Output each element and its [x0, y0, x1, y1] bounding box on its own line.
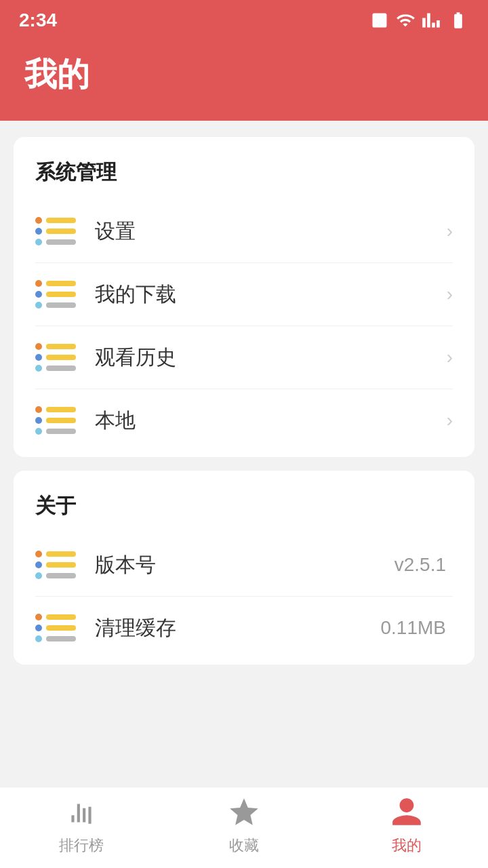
- menu-item-settings[interactable]: 设置›: [35, 200, 453, 263]
- chevron-icon-local: ›: [447, 410, 453, 431]
- nav-item-mine[interactable]: 我的: [325, 793, 488, 856]
- nav-label-mine: 我的: [392, 835, 422, 856]
- menu-icon-settings: [35, 215, 79, 248]
- menu-icon-clear-cache: [35, 612, 79, 644]
- status-time: 2:34: [19, 9, 57, 31]
- menu-icon-local: [35, 404, 79, 437]
- menu-icon-history: [35, 341, 79, 374]
- battery-icon: [447, 11, 469, 30]
- chevron-icon-downloads: ›: [447, 283, 453, 305]
- nav-label-ranking: 排行榜: [59, 835, 104, 856]
- menu-item-local[interactable]: 本地›: [35, 389, 453, 452]
- wifi-icon: [396, 11, 415, 30]
- chevron-icon-settings: ›: [447, 220, 453, 242]
- main-content: 系统管理设置›我的下载›观看历史›本地›关于版本号v2.5.1清理缓存0.11M…: [0, 121, 488, 787]
- menu-icon-version: [35, 549, 79, 581]
- nav-item-favorites[interactable]: 收藏: [163, 793, 325, 856]
- chevron-icon-history: ›: [447, 347, 453, 368]
- ranking-icon: [62, 793, 100, 831]
- menu-item-version[interactable]: 版本号v2.5.1: [35, 534, 453, 597]
- nav-label-favorites: 收藏: [229, 835, 259, 856]
- bottom-navigation: 排行榜 收藏 我的: [0, 787, 488, 868]
- page-title: 我的: [24, 56, 89, 92]
- menu-item-history[interactable]: 观看历史›: [35, 326, 453, 389]
- status-icons: [370, 11, 469, 30]
- menu-label-clear-cache: 清理缓存: [95, 614, 381, 642]
- nav-item-ranking[interactable]: 排行榜: [0, 793, 163, 856]
- photo-icon: [370, 11, 389, 30]
- menu-item-clear-cache[interactable]: 清理缓存0.11MB: [35, 597, 453, 659]
- menu-label-settings: 设置: [95, 218, 447, 245]
- menu-value-version: v2.5.1: [394, 554, 446, 576]
- status-bar: 2:34: [0, 0, 488, 41]
- menu-value-clear-cache: 0.11MB: [381, 617, 447, 639]
- menu-item-downloads[interactable]: 我的下载›: [35, 263, 453, 326]
- menu-icon-downloads: [35, 278, 79, 311]
- section-title-about: 关于: [35, 492, 453, 520]
- section-system: 系统管理设置›我的下载›观看历史›本地›: [14, 137, 474, 457]
- menu-label-downloads: 我的下载: [95, 281, 447, 309]
- section-title-system: 系统管理: [35, 159, 453, 186]
- menu-label-history: 观看历史: [95, 344, 447, 372]
- page-header: 我的: [0, 41, 488, 121]
- menu-label-local: 本地: [95, 407, 447, 435]
- favorites-icon: [225, 793, 263, 831]
- section-about: 关于版本号v2.5.1清理缓存0.11MB: [14, 471, 474, 665]
- signal-icon: [422, 11, 441, 30]
- menu-label-version: 版本号: [95, 551, 394, 579]
- mine-icon: [388, 793, 426, 831]
